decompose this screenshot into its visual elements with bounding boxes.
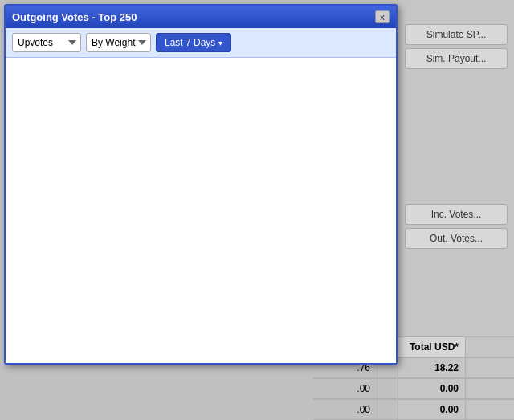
modal-close-button[interactable]: x: [375, 10, 390, 23]
bd-cell-3: .00: [313, 400, 377, 419]
last-days-button[interactable]: Last 7 Days ▾: [156, 33, 231, 52]
total-usd-cell-2: 0.00: [377, 379, 466, 398]
table-row: .00 0.00: [313, 378, 514, 399]
sim-payout-button[interactable]: Sim. Payout...: [405, 48, 508, 69]
simulate-sp-button[interactable]: Simulate SP...: [405, 24, 508, 45]
bd-cell-2: .00: [313, 379, 377, 398]
weight-select[interactable]: By Weight By Count: [86, 33, 151, 52]
modal-toolbar: Upvotes Downvotes By Weight By Count Las…: [6, 28, 396, 58]
inc-votes-button[interactable]: Inc. Votes...: [405, 204, 508, 225]
modal-titlebar: Outgoing Votes - Top 250 x: [6, 6, 396, 28]
right-buttons-container: Simulate SP... Sim. Payout... Inc. Votes…: [398, 0, 514, 255]
out-votes-button[interactable]: Out. Votes...: [405, 228, 508, 249]
modal-title: Outgoing Votes - Top 250: [12, 11, 137, 23]
total-usd-cell-3: 0.00: [377, 400, 466, 419]
last-days-arrow: ▾: [218, 39, 222, 47]
modal-content-area: [6, 58, 396, 363]
last-days-label: Last 7 Days: [165, 37, 215, 48]
vote-type-select[interactable]: Upvotes Downvotes: [12, 33, 81, 52]
table-row: .00 0.00: [313, 399, 514, 420]
modal-window: Outgoing Votes - Top 250 x Upvotes Downv…: [4, 4, 398, 365]
